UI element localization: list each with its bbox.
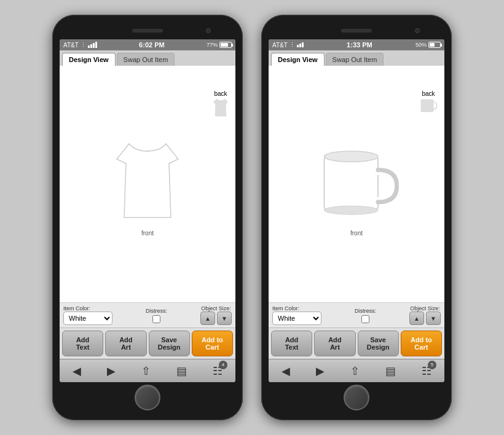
signal-1 — [88, 42, 97, 48]
object-size-label-1: Object Size: — [201, 305, 231, 312]
forward-nav-icon-1[interactable]: ▶ — [107, 364, 116, 378]
object-size-label-2: Object Size: — [410, 305, 440, 312]
distress-checkbox-2[interactable] — [361, 315, 369, 323]
add-text-button-1[interactable]: AddText — [62, 331, 103, 356]
nav-bar-1: ◀ ▶ ⇧ ▤ ☷ 4 — [60, 359, 235, 382]
color-section-2: Item Color: White Black Red — [272, 305, 321, 325]
save-design-button-2[interactable]: SaveDesign — [358, 331, 399, 356]
camera-2 — [415, 28, 420, 33]
add-text-button-2[interactable]: AddText — [271, 331, 312, 356]
color-section-1: Item Color: White Black Red — [63, 305, 112, 325]
carrier-1: AT&T — [63, 42, 79, 49]
screen-1: AT&T ⋮ 6:02 PM 77% Design View Swap Ou — [60, 39, 235, 382]
svg-point-2 — [325, 206, 379, 214]
controls-row-2: Item Color: White Black Red Distress: Ob… — [269, 302, 444, 327]
status-bar-1: AT&T ⋮ 6:02 PM 77% — [60, 39, 235, 50]
product-image-1 — [104, 131, 191, 230]
item-color-label-1: Item Color: — [63, 305, 112, 312]
phone-2-top — [269, 22, 444, 39]
time-1: 6:02 PM — [139, 41, 165, 49]
distress-label-2: Distress: — [355, 308, 376, 314]
save-design-button-1[interactable]: SaveDesign — [149, 331, 190, 356]
battery-pct-1: 77% — [207, 42, 218, 48]
phone-2: AT&T ⋮ 1:33 PM 50% Design View Swap Out … — [261, 15, 452, 420]
distress-checkbox-1[interactable] — [152, 315, 160, 323]
battery-2 — [428, 42, 441, 48]
size-buttons-1: ▲ ▼ — [200, 312, 232, 325]
distress-section-1: Distress: — [146, 308, 167, 323]
tab-swap-out-1[interactable]: Swap Out Item — [117, 53, 175, 66]
screen-2: AT&T ⋮ 1:33 PM 50% Design View Swap Out … — [269, 39, 444, 382]
back-nav-icon-1[interactable]: ◀ — [73, 364, 81, 378]
size-down-1[interactable]: ▼ — [217, 312, 232, 325]
add-art-button-2[interactable]: AddArt — [314, 331, 355, 356]
phone-1-top — [60, 22, 235, 39]
speaker-2 — [341, 29, 372, 33]
signal-2 — [297, 42, 304, 47]
phone-2-bottom — [269, 382, 444, 413]
share-nav-icon-2[interactable]: ⇧ — [350, 364, 360, 378]
action-buttons-2: AddText AddArt SaveDesign Add toCart — [269, 327, 444, 359]
view-labels-1: front — [65, 230, 230, 237]
battery-1 — [219, 42, 232, 48]
controls-row-1: Item Color: White Black Red Distress: Ob… — [60, 302, 235, 327]
back-label-2: back — [422, 90, 435, 97]
size-up-2[interactable]: ▲ — [409, 312, 424, 325]
add-art-button-1[interactable]: AddArt — [105, 331, 146, 356]
tabs-nav-icon-2[interactable]: ☷ 5 — [422, 364, 431, 378]
phone-1: AT&T ⋮ 6:02 PM 77% Design View Swap Ou — [52, 15, 243, 420]
time-2: 1:33 PM — [347, 41, 372, 49]
wifi-icon-2: ⋮ — [289, 42, 295, 48]
battery-pct-2: 50% — [415, 42, 427, 48]
wifi-icon-1: ⋮ — [81, 42, 86, 48]
back-label-1: back — [214, 90, 227, 97]
tab-design-view-1[interactable]: Design View — [62, 53, 116, 66]
action-buttons-1: AddText AddArt SaveDesign Add toCart — [60, 327, 235, 359]
tabs-badge-1: 4 — [219, 361, 227, 369]
svg-point-1 — [325, 151, 379, 162]
back-thumb-1: back — [212, 90, 229, 118]
front-label-2: front — [350, 230, 363, 237]
back-nav-icon-2[interactable]: ◀ — [282, 364, 290, 378]
status-bar-2: AT&T ⋮ 1:33 PM 50% — [269, 39, 444, 50]
color-select-2[interactable]: White Black Red — [272, 312, 321, 325]
camera-1 — [206, 28, 211, 33]
back-thumb-2: back — [419, 90, 438, 116]
item-color-label-2: Item Color: — [272, 305, 321, 312]
home-button-2[interactable] — [344, 385, 369, 410]
tabs-nav-icon-1[interactable]: ☷ 4 — [213, 364, 222, 378]
distress-label-1: Distress: — [146, 308, 167, 314]
tab-design-view-2[interactable]: Design View — [271, 53, 325, 66]
bookmarks-nav-icon-1[interactable]: ▤ — [176, 364, 187, 378]
add-to-cart-button-2[interactable]: Add toCart — [401, 331, 442, 356]
color-select-1[interactable]: White Black Red — [63, 312, 112, 325]
tabs-badge-2: 5 — [428, 361, 436, 369]
tabs-2: Design View Swap Out Item — [269, 50, 444, 66]
forward-nav-icon-2[interactable]: ▶ — [316, 364, 325, 378]
carrier-2: AT&T — [272, 42, 288, 49]
phone-1-bottom — [60, 382, 235, 413]
speaker-1 — [132, 29, 163, 33]
design-area-1: back front — [60, 66, 235, 302]
svg-rect-0 — [325, 157, 379, 211]
bookmarks-nav-icon-2[interactable]: ▤ — [385, 364, 396, 378]
size-section-2: Object Size: ▲ ▼ — [409, 305, 441, 325]
size-down-2[interactable]: ▼ — [426, 312, 441, 325]
product-image-2 — [313, 131, 400, 230]
home-button-1[interactable] — [135, 385, 160, 410]
tabs-1: Design View Swap Out Item — [60, 50, 235, 66]
size-up-1[interactable]: ▲ — [200, 312, 215, 325]
distress-section-2: Distress: — [355, 308, 376, 323]
add-to-cart-button-1[interactable]: Add toCart — [192, 331, 233, 356]
nav-bar-2: ◀ ▶ ⇧ ▤ ☷ 5 — [269, 359, 444, 382]
design-area-2: back front — [269, 66, 444, 302]
front-label-1: front — [141, 230, 154, 237]
size-section-1: Object Size: ▲ ▼ — [200, 305, 232, 325]
share-nav-icon-1[interactable]: ⇧ — [141, 364, 151, 378]
tab-swap-out-2[interactable]: Swap Out Item — [326, 53, 384, 66]
size-buttons-2: ▲ ▼ — [409, 312, 441, 325]
view-labels-2: front — [274, 230, 439, 237]
svg-rect-3 — [421, 100, 433, 112]
